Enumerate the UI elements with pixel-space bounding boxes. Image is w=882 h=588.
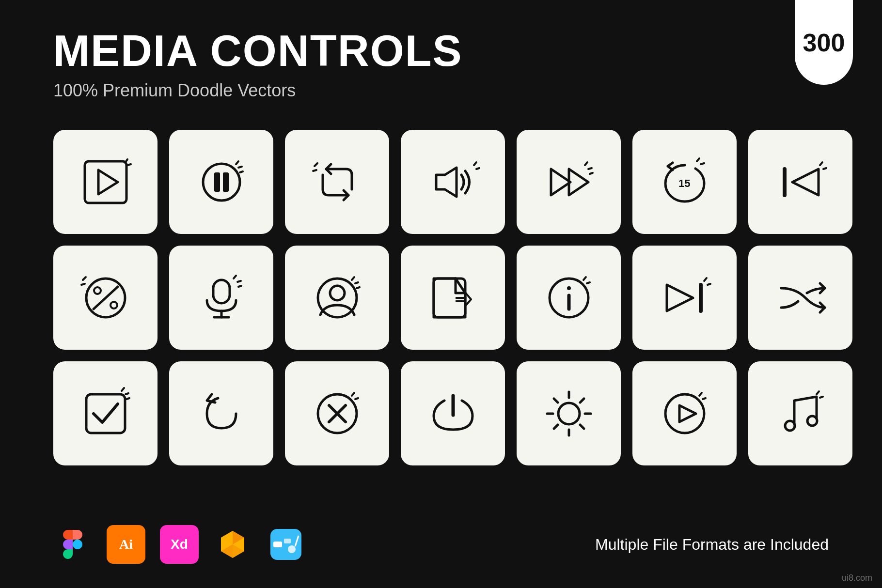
svg-line-77: [703, 398, 706, 399]
svg-line-43: [357, 287, 360, 288]
svg-line-18: [588, 168, 592, 169]
figma-format-icon: [53, 525, 92, 564]
icon-card-export: [401, 246, 505, 350]
svg-marker-12: [436, 168, 457, 197]
svg-line-54: [708, 284, 710, 285]
watermark: ui8.com: [842, 573, 872, 583]
svg-line-10: [315, 163, 317, 166]
sketch-format-icon: [213, 525, 252, 564]
svg-line-53: [704, 278, 707, 281]
icon-card-percent: [53, 246, 158, 350]
format-icons: Ai Xd: [53, 525, 305, 564]
svg-rect-90: [284, 539, 291, 543]
svg-rect-0: [85, 161, 126, 203]
icon-card-brightness: [517, 361, 621, 465]
svg-line-31: [83, 277, 86, 280]
svg-line-19: [590, 173, 593, 174]
svg-line-76: [699, 393, 702, 396]
svg-line-73: [554, 425, 558, 429]
svg-marker-15: [551, 169, 570, 195]
icon-card-user: [285, 246, 389, 350]
svg-line-9: [240, 171, 243, 172]
icon-card-play: [53, 130, 158, 234]
svg-rect-33: [213, 280, 230, 303]
svg-marker-75: [679, 405, 696, 422]
svg-line-50: [587, 282, 590, 283]
icon-card-close-circle: [285, 361, 389, 465]
svg-point-48: [567, 286, 571, 290]
svg-point-74: [665, 394, 704, 433]
svg-line-81: [820, 397, 823, 398]
icon-card-power: [401, 361, 505, 465]
main-container: 300 MEDIA CONTROLS 100% Premium Doodle V…: [0, 0, 882, 588]
svg-line-30: [94, 287, 118, 309]
svg-marker-1: [98, 170, 118, 194]
icon-card-repeat: [285, 130, 389, 234]
svg-line-32: [81, 284, 85, 285]
svg-point-40: [330, 286, 345, 300]
svg-text:15: 15: [678, 177, 690, 189]
svg-line-70: [554, 399, 558, 402]
svg-line-42: [355, 282, 358, 283]
svg-line-11: [313, 170, 316, 171]
svg-point-78: [785, 421, 795, 431]
svg-line-13: [474, 162, 476, 165]
svg-rect-89: [273, 542, 282, 547]
icon-card-checkbox: [53, 361, 158, 465]
icon-card-replay15: 15: [632, 130, 737, 234]
badge-300: 300: [795, 0, 853, 85]
page-subtitle: 100% Premium Doodle Vectors: [53, 80, 829, 101]
svg-line-14: [476, 168, 479, 169]
svg-rect-6: [223, 172, 229, 192]
xd-label: Xd: [171, 537, 188, 552]
svg-line-8: [238, 167, 242, 168]
badge-number: 300: [803, 28, 845, 57]
ai-label: Ai: [119, 537, 133, 552]
svg-point-29: [110, 302, 117, 309]
svg-line-56: [122, 388, 124, 391]
svg-point-91: [288, 545, 296, 553]
svg-line-26: [823, 168, 826, 169]
svg-point-28: [94, 287, 101, 294]
svg-marker-16: [569, 169, 588, 195]
icon-card-shuffle: [748, 246, 852, 350]
svg-line-38: [238, 286, 241, 287]
other-format-icon: [267, 525, 305, 564]
icon-card-fast-forward: [517, 130, 621, 234]
svg-line-37: [237, 281, 241, 282]
svg-line-2: [125, 159, 127, 163]
icon-card-volume: [401, 130, 505, 234]
xd-format-icon: Xd: [160, 525, 199, 564]
bottom-bar: Ai Xd: [53, 525, 829, 564]
svg-point-4: [203, 164, 240, 201]
svg-line-21: [697, 158, 699, 161]
svg-line-22: [701, 163, 704, 164]
svg-marker-52: [667, 285, 693, 311]
icon-card-microphone: [169, 246, 273, 350]
page-title: MEDIA CONTROLS: [53, 29, 829, 73]
svg-line-49: [583, 277, 586, 280]
svg-line-36: [234, 276, 236, 279]
icon-card-pause: [169, 130, 273, 234]
svg-line-80: [817, 391, 819, 394]
svg-line-57: [126, 393, 128, 394]
svg-line-25: [820, 162, 822, 165]
icon-card-skip-prev: [632, 246, 737, 350]
svg-line-7: [236, 161, 238, 164]
icon-card-play-circle: [632, 361, 737, 465]
icon-card-undo: [169, 361, 273, 465]
bottom-text: Multiple File Formats are Included: [595, 536, 829, 554]
icon-grid: 15: [53, 130, 829, 465]
svg-line-72: [580, 399, 584, 402]
ai-format-icon: Ai: [107, 525, 145, 564]
icon-card-skip-back: [748, 130, 852, 234]
svg-line-63: [355, 398, 358, 399]
svg-marker-24: [792, 169, 819, 195]
svg-line-58: [126, 398, 129, 399]
svg-rect-5: [214, 172, 220, 192]
icon-card-music: [748, 361, 852, 465]
icon-card-info: [517, 246, 621, 350]
svg-line-17: [585, 162, 587, 165]
svg-line-62: [352, 393, 354, 396]
svg-point-65: [558, 403, 580, 424]
